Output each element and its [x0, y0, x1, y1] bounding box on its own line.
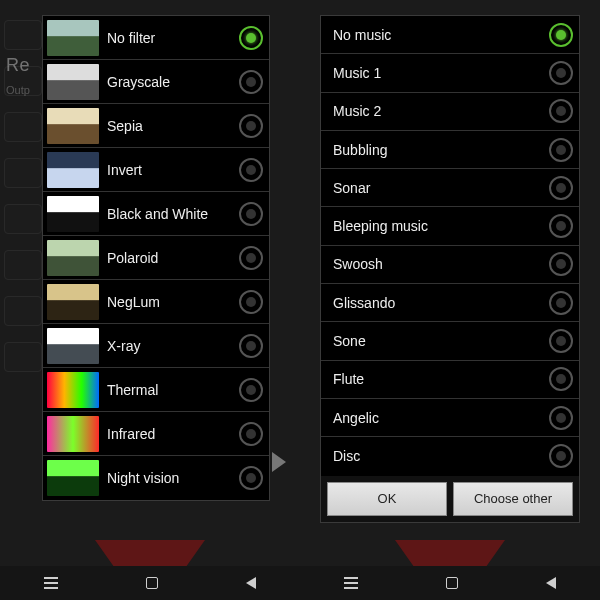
- filter-item[interactable]: NegLum: [43, 280, 269, 324]
- music-item[interactable]: Disc: [321, 437, 579, 475]
- bg-red-shape: [95, 540, 205, 568]
- music-label: Glissando: [333, 295, 541, 311]
- filter-item[interactable]: Thermal: [43, 368, 269, 412]
- radio-icon[interactable]: [239, 466, 263, 490]
- bg-toolbar: [4, 20, 42, 540]
- android-navbar-right: [300, 566, 600, 600]
- recent-apps-icon[interactable]: [344, 582, 358, 584]
- music-label: Sone: [333, 333, 541, 349]
- radio-icon[interactable]: [239, 246, 263, 270]
- music-label: No music: [333, 27, 541, 43]
- music-label: Bleeping music: [333, 218, 541, 234]
- android-navbar-left: [0, 566, 300, 600]
- filter-thumbnail: [47, 152, 99, 188]
- filter-thumbnail: [47, 416, 99, 452]
- filter-label: Sepia: [107, 118, 231, 134]
- filter-item[interactable]: Black and White: [43, 192, 269, 236]
- radio-icon[interactable]: [239, 26, 263, 50]
- filter-thumbnail: [47, 196, 99, 232]
- radio-icon[interactable]: [549, 252, 573, 276]
- music-item[interactable]: Sone: [321, 322, 579, 360]
- screen-left: Re Outp No filterGrayscaleSepiaInvertBla…: [0, 0, 300, 600]
- filter-item[interactable]: Invert: [43, 148, 269, 192]
- music-item[interactable]: Music 1: [321, 54, 579, 92]
- filter-list[interactable]: No filterGrayscaleSepiaInvertBlack and W…: [43, 16, 269, 500]
- music-item[interactable]: Music 2: [321, 93, 579, 131]
- music-label: Disc: [333, 448, 541, 464]
- filter-label: Black and White: [107, 206, 231, 222]
- radio-icon[interactable]: [239, 334, 263, 358]
- radio-icon[interactable]: [549, 367, 573, 391]
- bg-subtitle: Outp: [6, 84, 30, 96]
- back-icon[interactable]: [546, 577, 556, 589]
- music-list[interactable]: No musicMusic 1Music 2BubblingSonarBleep…: [321, 16, 579, 476]
- filter-item[interactable]: No filter: [43, 16, 269, 60]
- radio-icon[interactable]: [239, 70, 263, 94]
- music-label: Bubbling: [333, 142, 541, 158]
- radio-icon[interactable]: [549, 291, 573, 315]
- filter-label: Night vision: [107, 470, 231, 486]
- filter-thumbnail: [47, 328, 99, 364]
- music-item[interactable]: Bubbling: [321, 131, 579, 169]
- radio-icon[interactable]: [239, 290, 263, 314]
- filter-thumbnail: [47, 20, 99, 56]
- radio-icon[interactable]: [239, 114, 263, 138]
- music-label: Sonar: [333, 180, 541, 196]
- filter-item[interactable]: Night vision: [43, 456, 269, 500]
- radio-icon[interactable]: [549, 214, 573, 238]
- radio-icon[interactable]: [239, 422, 263, 446]
- filter-label: Grayscale: [107, 74, 231, 90]
- radio-icon[interactable]: [549, 329, 573, 353]
- radio-icon[interactable]: [549, 176, 573, 200]
- recent-apps-icon[interactable]: [44, 582, 58, 584]
- music-label: Music 2: [333, 103, 541, 119]
- bg-title: Re: [6, 55, 30, 76]
- choose-other-button[interactable]: Choose other: [453, 482, 573, 516]
- filter-thumbnail: [47, 108, 99, 144]
- radio-icon[interactable]: [239, 378, 263, 402]
- filter-thumbnail: [47, 460, 99, 496]
- filter-thumbnail: [47, 372, 99, 408]
- filter-item[interactable]: Sepia: [43, 104, 269, 148]
- radio-icon[interactable]: [549, 406, 573, 430]
- music-item[interactable]: Glissando: [321, 284, 579, 322]
- filter-thumbnail: [47, 64, 99, 100]
- music-label: Music 1: [333, 65, 541, 81]
- filter-thumbnail: [47, 240, 99, 276]
- radio-icon[interactable]: [549, 61, 573, 85]
- filter-item[interactable]: Infrared: [43, 412, 269, 456]
- home-icon[interactable]: [446, 577, 458, 589]
- screen-right: No musicMusic 1Music 2BubblingSonarBleep…: [300, 0, 600, 600]
- bg-red-shape: [395, 540, 505, 568]
- radio-icon[interactable]: [549, 138, 573, 162]
- filter-label: No filter: [107, 30, 231, 46]
- music-item[interactable]: Angelic: [321, 399, 579, 437]
- music-button-bar: OK Choose other: [321, 476, 579, 522]
- music-item[interactable]: No music: [321, 16, 579, 54]
- music-dialog: No musicMusic 1Music 2BubblingSonarBleep…: [320, 15, 580, 523]
- filter-label: NegLum: [107, 294, 231, 310]
- radio-icon[interactable]: [239, 202, 263, 226]
- radio-icon[interactable]: [549, 99, 573, 123]
- filter-item[interactable]: Polaroid: [43, 236, 269, 280]
- filter-thumbnail: [47, 284, 99, 320]
- filter-item[interactable]: X-ray: [43, 324, 269, 368]
- music-label: Angelic: [333, 410, 541, 426]
- music-item[interactable]: Flute: [321, 361, 579, 399]
- filter-label: Invert: [107, 162, 231, 178]
- music-item[interactable]: Bleeping music: [321, 207, 579, 245]
- home-icon[interactable]: [146, 577, 158, 589]
- filter-label: Polaroid: [107, 250, 231, 266]
- back-icon[interactable]: [246, 577, 256, 589]
- play-arrow-icon: [272, 452, 286, 472]
- filter-label: Thermal: [107, 382, 231, 398]
- music-label: Flute: [333, 371, 541, 387]
- music-item[interactable]: Swoosh: [321, 246, 579, 284]
- radio-icon[interactable]: [239, 158, 263, 182]
- music-label: Swoosh: [333, 256, 541, 272]
- filter-item[interactable]: Grayscale: [43, 60, 269, 104]
- ok-button[interactable]: OK: [327, 482, 447, 516]
- radio-icon[interactable]: [549, 23, 573, 47]
- radio-icon[interactable]: [549, 444, 573, 468]
- music-item[interactable]: Sonar: [321, 169, 579, 207]
